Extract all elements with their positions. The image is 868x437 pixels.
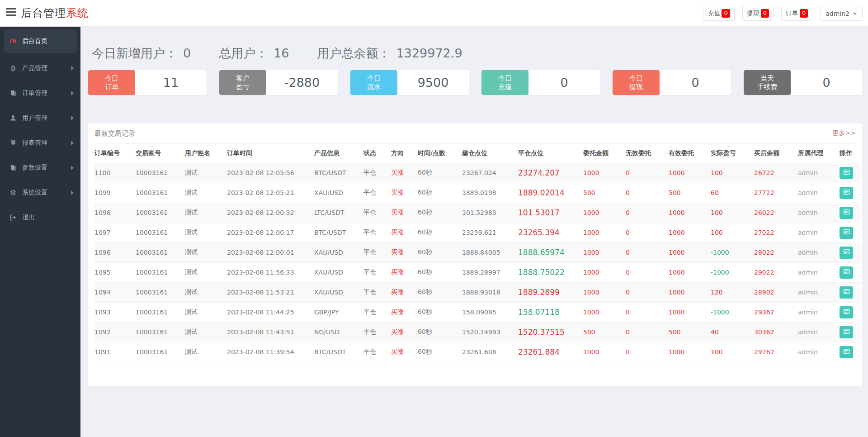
table-row: 109310003161测试2023-02-08 11:44:25GBP/JPY… (94, 302, 860, 322)
cell-direction: 买涨 (390, 322, 417, 342)
sidebar-item-产品管理[interactable]: 产品管理 (0, 56, 80, 81)
sidebar-item-用户管理[interactable]: 用户管理 (0, 105, 80, 130)
row-detail-button[interactable] (840, 346, 853, 358)
cell-open: 1889.0198 (461, 183, 517, 203)
row-detail-button[interactable] (840, 227, 853, 239)
cell-name: 测试 (184, 163, 226, 183)
cell-account: 10003161 (135, 242, 184, 262)
cell-name: 测试 (184, 302, 226, 322)
cell-order_no: 1096 (94, 242, 135, 262)
stat-label: 今日新增用户： (92, 45, 177, 61)
more-link[interactable]: 更多>> (833, 129, 856, 138)
cell-close: 1888.75022 (517, 262, 582, 282)
cell-time: 2023-02-08 11:56:33 (226, 262, 313, 282)
row-detail-button[interactable] (840, 167, 853, 179)
cell-name: 测试 (184, 183, 226, 203)
sidebar-item-订单管理[interactable]: 订单管理 (0, 81, 80, 105)
cell-valid: 1000 (668, 302, 710, 322)
cell-account: 10003161 (135, 342, 184, 362)
table-row: 109210003161测试2023-02-08 11:43:51NG/USD平… (94, 322, 860, 342)
column-header-open: 建仓点位 (461, 144, 517, 163)
sidebar-item-label: 订单管理 (22, 89, 47, 97)
cell-open: 158.09085 (461, 302, 517, 322)
cell-time: 2023-02-08 12:00:17 (226, 223, 313, 242)
cell-invalid: 0 (625, 302, 668, 322)
hamburger-menu-icon[interactable] (6, 8, 16, 18)
sidebar-item-label: 用户管理 (22, 114, 47, 122)
row-detail-button[interactable] (840, 247, 853, 259)
cell-duration: 60秒 (417, 342, 461, 362)
cell-order_no: 1095 (94, 262, 135, 282)
trades-table: 订单编号交易账号用户姓名订单时间产品信息状态方向时间/点数建仓点位平仓点位委托金… (94, 144, 860, 362)
app-title: 后台管理系统 (21, 6, 89, 20)
row-detail-button[interactable] (840, 306, 853, 318)
cell-agent: admin (797, 242, 839, 262)
cell-product: LTC/USDT (313, 203, 363, 223)
column-header-account: 交易账号 (135, 144, 184, 163)
summary-card-今日提现: 今日提现0 (613, 70, 731, 95)
header-action-提现[interactable]: 提现0 (742, 6, 774, 21)
cell-action (839, 223, 860, 242)
cell-open: 1888.84005 (461, 242, 517, 262)
cell-name: 测试 (184, 203, 226, 223)
cell-product: XAU/USD (313, 183, 363, 203)
cell-pnl: -1000 (710, 262, 753, 282)
cell-time: 2023-02-08 11:44:25 (226, 302, 313, 322)
cell-action (839, 262, 860, 282)
cell-action (839, 322, 860, 342)
column-header-status: 状态 (363, 144, 390, 163)
header-action-充值[interactable]: 充值0 (703, 6, 734, 21)
sidebar-item-报表管理[interactable]: ¥报表管理 (0, 130, 80, 155)
sidebar-item-参数设置[interactable]: 参数设置 (0, 155, 80, 180)
cell-open: 1520.14993 (461, 322, 517, 342)
chevron-right-icon (71, 166, 74, 170)
stat-总用户: 总用户：16 (219, 45, 289, 61)
cell-order_no: 1094 (94, 282, 135, 302)
cell-account: 10003161 (135, 262, 184, 282)
row-detail-button[interactable] (840, 286, 853, 299)
column-header-amount: 委托金额 (582, 144, 625, 163)
cell-time: 2023-02-08 11:39:54 (226, 342, 313, 362)
cell-pnl: 120 (710, 282, 753, 302)
sidebar-item-退出[interactable]: 退出 (0, 205, 80, 230)
sidebar-item-后台首页[interactable]: 后台首页 (4, 29, 77, 53)
logout-icon (9, 214, 17, 222)
card-label: 今日充值 (481, 70, 528, 95)
row-detail-button[interactable] (840, 326, 853, 338)
card-label: 今日流水 (350, 70, 397, 95)
cell-amount: 1000 (582, 242, 625, 262)
cell-open: 23259.621 (461, 223, 517, 242)
cell-open: 23267.024 (461, 163, 517, 183)
cell-amount: 1000 (582, 262, 625, 282)
cell-name: 测试 (184, 223, 226, 242)
cell-pnl: 100 (710, 163, 753, 183)
cell-order_no: 1099 (94, 183, 135, 203)
cell-balance: 29022 (753, 262, 797, 282)
row-detail-button[interactable] (840, 187, 853, 199)
cell-balance: 29762 (753, 342, 797, 362)
cell-action (839, 183, 860, 203)
cell-pnl: -1000 (710, 242, 753, 262)
row-detail-button[interactable] (840, 207, 853, 219)
sidebar-item-系统设置[interactable]: ⚙系统设置 (0, 180, 80, 205)
cell-valid: 1000 (668, 223, 710, 242)
cell-action (839, 163, 860, 183)
cell-close: 158.07118 (517, 302, 582, 322)
cell-duration: 60秒 (417, 322, 461, 342)
table-row: 109810003161测试2023-02-08 12:00:32LTC/USD… (94, 203, 860, 223)
stat-今日新增用户: 今日新增用户：0 (92, 45, 191, 61)
cell-duration: 60秒 (417, 203, 461, 223)
cell-product: BTC/USDT (313, 342, 363, 362)
cell-invalid: 0 (625, 163, 668, 183)
header-action-订单[interactable]: 订单0 (781, 6, 812, 21)
cell-order_no: 1093 (94, 302, 135, 322)
user-menu-button[interactable]: admin2 (820, 6, 863, 21)
cell-agent: admin (797, 183, 839, 203)
user-name: admin2 (826, 10, 849, 17)
cell-time: 2023-02-08 12:00:32 (226, 203, 313, 223)
cell-direction: 买涨 (390, 302, 417, 322)
cell-invalid: 0 (625, 242, 668, 262)
cell-valid: 1000 (668, 163, 710, 183)
row-detail-button[interactable] (840, 266, 853, 279)
chevron-right-icon (71, 190, 74, 195)
